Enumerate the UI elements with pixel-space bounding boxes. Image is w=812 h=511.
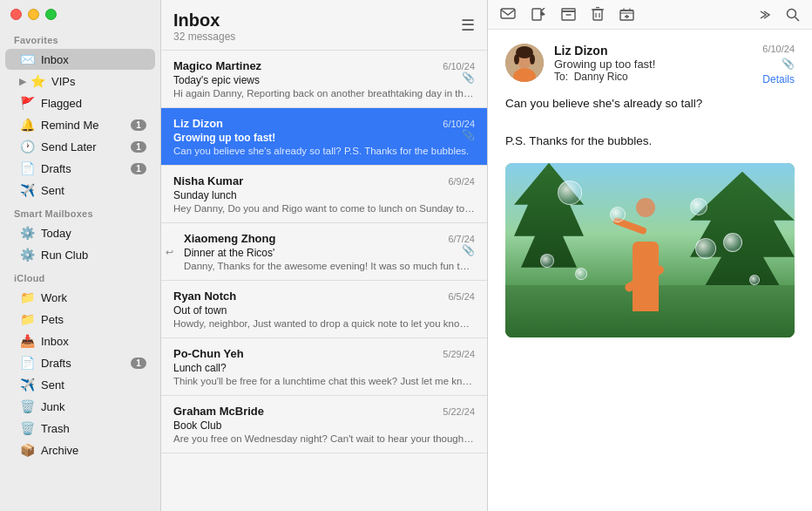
sidebar-item-remind-me[interactable]: 🔔 Remind Me 1 xyxy=(5,114,155,135)
inbox-icloud-icon: 📥 xyxy=(19,333,35,349)
sidebar-item-drafts-fav-label: Drafts xyxy=(41,162,131,175)
compose-icon[interactable] xyxy=(531,8,545,22)
photo-bubble xyxy=(610,207,626,222)
minimize-button[interactable] xyxy=(28,9,39,20)
reply-icon[interactable] xyxy=(500,8,516,21)
sidebar-item-junk[interactable]: 🗑️ Junk xyxy=(5,396,155,417)
message-sender: Liz Dizon xyxy=(173,117,223,130)
message-date: 6/10/24 xyxy=(443,119,475,129)
sidebar-item-drafts-icloud[interactable]: 📄 Drafts 1 xyxy=(5,352,155,373)
list-item[interactable]: Graham McBride 5/22/24 Book Club Are you… xyxy=(161,396,487,453)
photo-bubble xyxy=(575,268,587,280)
svg-line-21 xyxy=(795,17,800,21)
email-photo xyxy=(505,163,795,337)
message-sender: Nisha Kumar xyxy=(173,174,243,187)
message-preview: Hi again Danny, Reporting back on anothe… xyxy=(173,88,475,99)
list-item[interactable]: ↩ Xiaomeng Zhong 6/7/24 Dinner at the Ri… xyxy=(161,223,487,281)
message-preview: Howdy, neighbor, Just wanted to drop a q… xyxy=(173,318,475,329)
sidebar-item-sent-icloud-label: Sent xyxy=(41,378,146,392)
drafts-fav-badge: 1 xyxy=(131,163,146,174)
sidebar-item-vips[interactable]: ▶ ⭐ VIPs xyxy=(5,71,155,92)
archive-toolbar-icon[interactable] xyxy=(561,8,576,22)
maximize-button[interactable] xyxy=(45,9,57,20)
sidebar-section-smart: Smart Mailboxes xyxy=(0,201,160,221)
sidebar-item-pets-label: Pets xyxy=(41,313,146,326)
message-subject: Sunday lunch xyxy=(173,189,475,201)
message-sender: Po-Chun Yeh xyxy=(173,347,244,360)
sidebar-item-today[interactable]: ⚙️ Today xyxy=(5,222,155,243)
email-body-line1: Can you believe she's already so tall? xyxy=(505,94,795,113)
sidebar-section-icloud: iCloud xyxy=(0,266,160,286)
message-subject: Growing up too fast! xyxy=(173,132,475,144)
more-icon[interactable] xyxy=(756,8,770,22)
today-icon: ⚙️ xyxy=(19,225,35,241)
drafts-fav-icon: 📄 xyxy=(19,160,35,176)
email-photo-inner xyxy=(505,163,795,337)
message-preview: Can you believe she's already so tall? P… xyxy=(173,146,475,156)
sidebar-item-pets[interactable]: 📁 Pets xyxy=(5,309,155,330)
sidebar-item-inbox[interactable]: ✉️ Inbox xyxy=(5,49,155,70)
email-toolbar xyxy=(488,0,812,30)
sidebar-item-archive[interactable]: 📦 Archive xyxy=(5,439,155,460)
sidebar-item-sent-icloud[interactable]: ✈️ Sent xyxy=(5,374,155,395)
sidebar-item-work-label: Work xyxy=(41,291,146,304)
vips-arrow-icon: ▶ xyxy=(19,76,26,87)
list-item[interactable]: Ryan Notch 6/5/24 Out of town Howdy, nei… xyxy=(161,281,487,338)
email-body-line2: P.S. Thanks for the bubbles. xyxy=(505,132,795,151)
photo-bubble xyxy=(695,238,716,259)
list-item[interactable]: Liz Dizon 6/10/24 Growing up too fast! C… xyxy=(161,108,487,166)
sidebar-item-drafts-fav[interactable]: 📄 Drafts 1 xyxy=(5,158,155,179)
sidebar-item-run-club[interactable]: ⚙️ Run Club xyxy=(5,244,155,265)
sidebar-item-trash[interactable]: 🗑️ Trash xyxy=(5,418,155,439)
close-button[interactable] xyxy=(10,9,22,20)
sidebar-item-work[interactable]: 📁 Work xyxy=(5,287,155,308)
message-list: Inbox 32 messages ☰ Magico Martinez 6/10… xyxy=(161,0,488,511)
junk-toolbar-icon[interactable] xyxy=(619,8,634,22)
sidebar-item-flagged[interactable]: 🚩 Flagged xyxy=(5,92,155,113)
sidebar-item-vips-label: VIPs xyxy=(51,75,146,88)
list-item[interactable]: Nisha Kumar 6/9/24 Sunday lunch Hey Dann… xyxy=(161,166,487,223)
search-toolbar-icon[interactable] xyxy=(786,8,800,22)
message-sender: Ryan Notch xyxy=(173,290,236,303)
svg-rect-1 xyxy=(532,9,541,20)
sidebar-item-sent-fav[interactable]: ✈️ Sent xyxy=(5,180,155,201)
delete-toolbar-icon[interactable] xyxy=(592,7,604,22)
photo-bubble xyxy=(558,181,582,205)
sidebar-item-trash-label: Trash xyxy=(41,422,146,435)
photo-bubble xyxy=(723,233,742,252)
email-header-right: 6/10/24 📎 Details xyxy=(762,44,795,85)
message-preview: Hey Danny, Do you and Rigo want to come … xyxy=(173,203,475,214)
sidebar-item-inbox-icloud-label: Inbox xyxy=(41,335,146,348)
sidebar-item-inbox-icloud[interactable]: 📥 Inbox xyxy=(5,330,155,351)
avatar xyxy=(505,44,544,82)
sidebar-item-send-later[interactable]: 🕐 Send Later 1 xyxy=(5,136,155,157)
sent-icloud-icon: ✈️ xyxy=(19,377,35,392)
drafts-icloud-icon: 📄 xyxy=(19,355,35,371)
photo-person xyxy=(621,198,669,311)
sidebar-item-flagged-label: Flagged xyxy=(41,97,146,110)
photo-bubble xyxy=(690,198,707,215)
sidebar-item-remind-me-label: Remind Me xyxy=(41,119,131,132)
drafts-icloud-badge: 1 xyxy=(131,358,146,369)
sidebar-item-run-club-label: Run Club xyxy=(41,249,146,262)
messages-scroll[interactable]: Magico Martinez 6/10/24 Today's epic vie… xyxy=(161,51,487,511)
junk-icon: 🗑️ xyxy=(19,399,35,414)
message-date: 6/9/24 xyxy=(448,176,475,187)
email-date: 6/10/24 xyxy=(762,44,795,54)
email-content: Liz Dizon Growing up too fast! To: Danny… xyxy=(488,30,812,511)
attachment-icon: 📎 xyxy=(462,244,475,256)
list-item[interactable]: Po-Chun Yeh 5/29/24 Lunch call? Think yo… xyxy=(161,338,487,396)
list-item[interactable]: Magico Martinez 6/10/24 Today's epic vie… xyxy=(161,51,487,108)
email-from: Liz Dizon xyxy=(554,44,762,58)
details-link[interactable]: Details xyxy=(762,73,795,85)
message-count: 32 messages xyxy=(173,31,235,43)
email-meta: Liz Dizon Growing up too fast! To: Danny… xyxy=(554,44,762,83)
remind-me-icon: 🔔 xyxy=(19,117,35,133)
message-subject: Today's epic views xyxy=(173,74,475,86)
sidebar-item-inbox-label: Inbox xyxy=(41,53,146,66)
filter-icon[interactable]: ☰ xyxy=(461,16,475,35)
message-sender: Magico Martinez xyxy=(173,59,261,72)
svg-point-20 xyxy=(788,9,796,17)
sent-fav-icon: ✈️ xyxy=(19,182,35,198)
sidebar-item-junk-label: Junk xyxy=(41,400,146,413)
